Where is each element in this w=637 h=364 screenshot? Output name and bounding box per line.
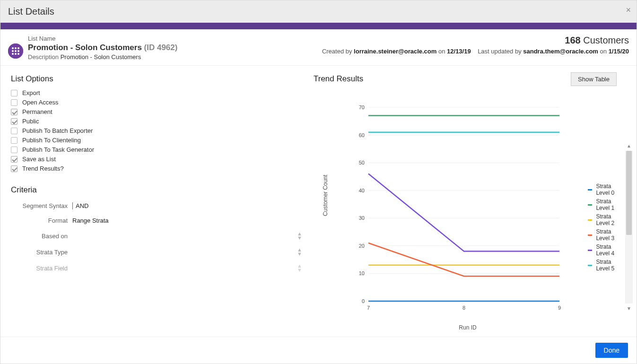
svg-text:40: 40 [359,188,365,193]
legend-item[interactable]: Strata Level 3 [588,228,620,242]
chevron-up-icon[interactable]: ▲ [625,143,633,148]
svg-point-1 [12,47,14,49]
chart-y-axis-label: Customer Count [322,175,329,216]
scrollbar-thumb[interactable] [626,151,632,235]
based-on-label: Based on [11,233,72,240]
chart-legend: Strata Level 0Strata Level 1Strata Level… [588,181,620,274]
description-value: Promotion - Solon Customers [61,53,141,61]
legend-label: Strata Level 0 [596,183,620,196]
meta-line: Created by lorraine.steiner@oracle.com o… [322,48,629,55]
list-option: Public [11,118,314,125]
trend-chart: Customer Count 010203040506070789 Run ID… [342,103,620,329]
close-icon[interactable]: × [626,5,631,15]
checkbox[interactable] [11,118,17,125]
svg-text:70: 70 [359,104,365,110]
stepper-icon[interactable]: ▲▼ [297,232,302,240]
svg-text:10: 10 [359,270,365,276]
stepper-icon[interactable]: ▲▼ [297,248,302,256]
accent-bar [0,23,637,29]
svg-point-8 [15,53,17,55]
body: List Options ExportOpen AccessPermanentP… [0,66,637,337]
svg-point-5 [15,50,17,52]
show-table-button[interactable]: Show Table [571,72,617,86]
segment-syntax-label: Segment Syntax [11,202,72,209]
svg-point-2 [15,47,17,49]
stepper-icon[interactable]: ▲▼ [297,264,302,272]
legend-item[interactable]: Strata Level 2 [588,213,620,226]
done-button[interactable]: Done [595,343,628,358]
list-option-label: Trend Results? [22,165,64,172]
updated-by-label: Last updated by [478,48,522,55]
strata-type-label: Strata Type [11,249,72,256]
svg-text:9: 9 [558,305,561,311]
criteria-segment-syntax: Segment Syntax AND [11,202,314,209]
updated-date: 1/15/20 [609,48,629,55]
list-option: Publish To Batch Exporter [11,127,314,134]
legend-item[interactable]: Strata Level 4 [588,243,620,257]
list-id: (ID 4962) [144,43,178,52]
header: List Name Promotion - Solon Customers (I… [0,29,637,66]
checkbox[interactable] [11,90,17,96]
description-label: Description [28,53,59,61]
legend-label: Strata Level 3 [596,228,620,242]
legend-swatch [588,219,592,221]
checkbox[interactable] [11,99,17,106]
list-option-label: Permanent [22,108,52,115]
checkbox[interactable] [11,165,17,172]
list-option: Trend Results? [11,165,314,172]
criteria-heading: Criteria [11,185,314,195]
checkbox[interactable] [11,156,17,163]
checkbox[interactable] [11,109,17,115]
svg-point-3 [17,47,19,49]
legend-swatch [588,189,592,191]
created-date: 12/13/19 [447,48,471,55]
chevron-down-icon[interactable]: ▼ [625,306,633,311]
legend-item[interactable]: Strata Level 5 [588,259,620,272]
checkbox[interactable] [11,137,17,144]
customer-count-number: 168 [565,35,580,45]
created-by-value: lorraine.steiner@oracle.com [354,48,436,55]
description-line: Description Promotion - Solon Customers [28,53,177,61]
svg-point-4 [12,50,14,52]
svg-point-9 [17,53,19,55]
checkbox[interactable] [11,147,17,153]
svg-point-6 [17,50,19,52]
list-name-label: List Name [28,35,177,42]
list-option-label: Publish To Clienteling [22,137,81,144]
legend-swatch [588,204,592,206]
list-option: Publish To Task Generator [11,146,314,153]
created-on-word: on [438,48,445,55]
list-option-label: Publish To Batch Exporter [22,127,93,134]
created-by-label: Created by [322,48,352,55]
list-name-value: Promotion - Solon Customers [28,43,142,52]
criteria-section: Criteria Segment Syntax AND Format Range… [11,185,314,272]
svg-text:50: 50 [359,160,365,165]
list-name: Promotion - Solon Customers (ID 4962) [28,43,177,52]
list-option: Open Access [11,99,314,106]
list-options-heading: List Options [11,74,314,84]
svg-text:60: 60 [359,132,365,138]
customer-count-label: Customers [583,35,629,45]
list-option-label: Public [22,118,39,125]
list-option: Save as List [11,156,314,163]
criteria-strata-type: Strata Type ▲▼ [11,248,314,256]
legend-swatch [588,250,592,251]
list-option: Permanent [11,108,314,115]
criteria-based-on: Based on ▲▼ [11,232,314,240]
chart-x-axis-label: Run ID [368,324,567,331]
vertical-scrollbar[interactable]: ▲ ▼ [625,151,633,303]
svg-text:30: 30 [359,215,365,221]
segment-syntax-value: AND [72,202,88,209]
customer-count: 168 Customers [322,35,629,46]
legend-item[interactable]: Strata Level 0 [588,183,620,196]
left-column: List Options ExportOpen AccessPermanentP… [11,72,314,337]
list-details-dialog: List Details × List Name Promotion - Sol… [0,0,637,364]
chart-canvas: 010203040506070789 [342,103,578,320]
updated-on-word: on [600,48,607,55]
footer: Done [0,337,637,364]
checkbox[interactable] [11,128,17,134]
legend-label: Strata Level 1 [596,198,620,211]
updated-by-value: sandra.them@oracle.com [523,48,598,55]
list-option: Publish To Clienteling [11,137,314,144]
legend-item[interactable]: Strata Level 1 [588,198,620,211]
